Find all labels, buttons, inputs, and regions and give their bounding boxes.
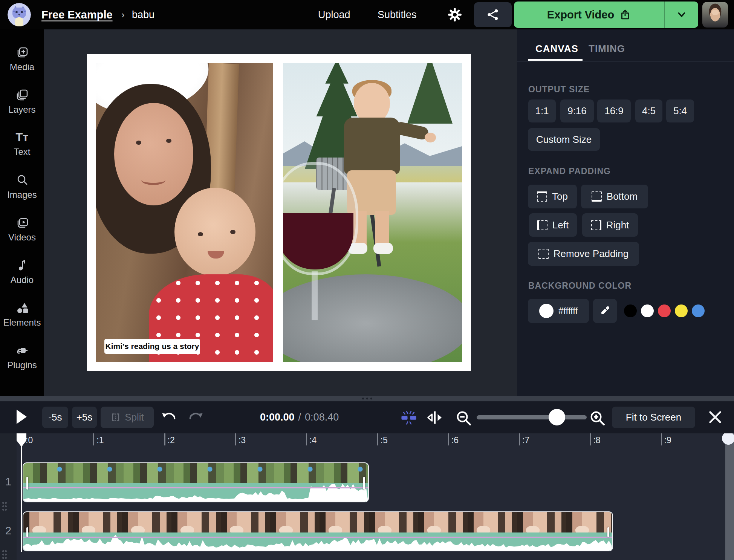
clip2-thumbnails [23, 512, 612, 534]
canvas-area: Kimi's reading us a story [44, 29, 517, 396]
undo-button[interactable] [161, 411, 176, 425]
upload-button[interactable]: Upload [318, 9, 350, 21]
settings-gear-button[interactable] [448, 8, 462, 22]
export-video-button[interactable]: Export Video [514, 2, 664, 28]
active-tab-indicator [528, 59, 583, 61]
remove-padding-label: Remove Padding [554, 248, 628, 260]
clip2-audio-waveform [23, 532, 612, 551]
pad-top-button[interactable]: Top [528, 185, 577, 208]
redo-icon [188, 411, 203, 424]
timeline-vertical-scrollbar[interactable] [725, 433, 734, 560]
color-swatch[interactable] [624, 304, 637, 317]
pad-left-icon [537, 220, 547, 230]
scene-pine-tree-small [407, 63, 453, 124]
export-options-dropdown[interactable] [664, 2, 698, 28]
ratio-4-5-button[interactable]: 4:5 [635, 99, 662, 122]
sidebar-item-images[interactable]: Images [0, 171, 44, 202]
sidebar-item-plugins[interactable]: Plugins [0, 342, 44, 372]
ratio-9-16-button[interactable]: 9:16 [560, 99, 594, 122]
sidebar-item-text[interactable]: Tт Text [0, 129, 44, 159]
color-swatch[interactable] [658, 304, 671, 317]
tab-canvas[interactable]: CANVAS [535, 43, 578, 55]
ratio-5-4-button[interactable]: 5:4 [666, 99, 694, 122]
sidebar-item-media[interactable]: Media [0, 44, 44, 74]
current-time: 0:00.00 [260, 412, 295, 423]
clip1-volume-line[interactable] [23, 487, 368, 488]
ratio-1-1-button[interactable]: 1:1 [528, 99, 556, 122]
custom-size-button[interactable]: Custom Size [528, 128, 600, 151]
playhead[interactable] [17, 433, 26, 447]
sidebar-label: Images [7, 190, 37, 200]
hex-value-label: #ffffff [558, 306, 578, 316]
sidebar-item-audio[interactable]: Audio [0, 257, 44, 287]
mirror-split-button[interactable] [426, 410, 444, 427]
track-1-grip[interactable] [2, 501, 7, 511]
timeline: 1 2 :0:1:2:3:4:5:6:7:8:9 [0, 433, 734, 560]
share-button[interactable] [474, 2, 512, 27]
forward-5s-button[interactable]: +5s [72, 407, 97, 428]
scene-wine-glass [283, 162, 358, 275]
pad-bottom-button[interactable]: Bottom [581, 185, 648, 208]
plug-icon [15, 344, 29, 357]
play-button[interactable] [17, 410, 27, 424]
timeline-resize-handle[interactable] [0, 396, 734, 401]
eyedropper-button[interactable] [593, 299, 617, 323]
preview-clip-left[interactable]: Kimi's reading us a story [96, 63, 273, 362]
clip2-volume-line[interactable] [23, 537, 612, 538]
shapes-icon [15, 301, 29, 315]
color-swatch[interactable] [692, 304, 705, 317]
ruler-tick-label: :6 [451, 435, 459, 445]
scrollbar-knob[interactable] [722, 432, 734, 445]
pad-left-button[interactable]: Left [529, 213, 577, 237]
clip1-right-trim-handle[interactable] [363, 477, 365, 490]
sidebar-item-videos[interactable]: Videos [0, 214, 44, 244]
snap-toggle-button[interactable] [398, 409, 420, 427]
color-swatch[interactable] [675, 304, 688, 317]
video-preview-frame[interactable]: Kimi's reading us a story [87, 54, 471, 371]
pad-right-button[interactable]: Right [582, 213, 638, 237]
time-separator: / [298, 412, 301, 423]
app-logo[interactable] [8, 3, 31, 26]
zoom-in-button[interactable] [589, 410, 606, 427]
remove-padding-button[interactable]: Remove Padding [528, 242, 639, 266]
zoom-out-button[interactable] [455, 410, 472, 427]
ruler-tick-label: :7 [522, 435, 529, 445]
pad-bottom-label: Bottom [607, 191, 638, 202]
close-timeline-button[interactable] [708, 410, 723, 426]
sidebar-label: Plugins [7, 360, 37, 370]
sidebar-item-layers[interactable]: Layers [0, 86, 44, 116]
ratio-16-9-button[interactable]: 16:9 [597, 99, 631, 122]
track-2-number: 2 [5, 525, 11, 537]
user-avatar[interactable] [702, 2, 728, 28]
fit-to-screen-button[interactable]: Fit to Screen [612, 407, 695, 428]
ruler-tick-label: :4 [309, 435, 317, 445]
zoom-slider-knob[interactable] [549, 409, 565, 425]
color-swatch[interactable] [641, 304, 654, 317]
timeline-clip-track1[interactable] [23, 462, 369, 502]
video-caption[interactable]: Kimi's reading us a story [104, 339, 200, 354]
tools-sidebar: Media Layers Tт Text Images [0, 29, 44, 396]
timeline-zoom-slider[interactable] [477, 415, 587, 419]
pad-right-label: Right [606, 219, 629, 231]
redo-button[interactable] [188, 411, 203, 425]
hex-color-button[interactable]: #ffffff [528, 299, 589, 323]
breadcrumb-project-link[interactable]: Free Example [41, 9, 113, 21]
export-video-label: Export Video [547, 9, 614, 21]
export-icon [619, 9, 631, 20]
ruler-tick-label: :8 [593, 435, 600, 445]
rewind-5s-button[interactable]: -5s [42, 407, 68, 428]
timeline-clip-track2[interactable] [23, 511, 613, 551]
add-media-icon [15, 46, 29, 59]
subtitles-button[interactable]: Subtitles [378, 9, 417, 21]
zoom-in-icon [589, 410, 606, 426]
total-duration: 0:08.40 [305, 412, 339, 423]
sidebar-item-elements[interactable]: Elements [0, 299, 44, 329]
split-button[interactable]: Split [101, 407, 154, 428]
preview-clip-right[interactable] [283, 63, 462, 362]
tab-timing[interactable]: TIMING [589, 43, 625, 55]
clip2-left-trim-handle[interactable] [26, 527, 28, 537]
clip1-left-trim-handle[interactable] [26, 477, 28, 490]
clip2-right-trim-handle[interactable] [607, 527, 609, 537]
sidebar-label: Videos [8, 232, 36, 243]
track-2-grip[interactable] [2, 549, 7, 559]
